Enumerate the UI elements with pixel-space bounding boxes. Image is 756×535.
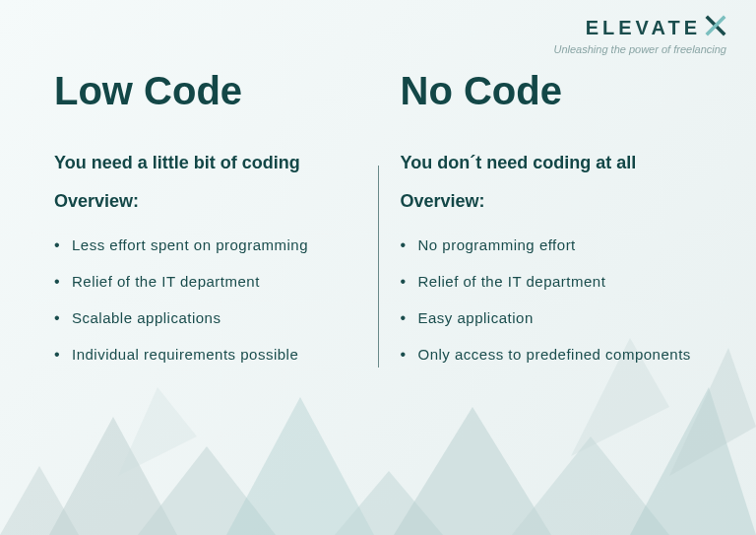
low-code-title: Low Code — [54, 69, 356, 113]
no-code-overview-label: Overview: — [401, 191, 703, 212]
low-code-overview-label: Overview: — [54, 191, 356, 212]
low-code-subtitle: You need a little bit of coding — [54, 153, 356, 173]
low-code-column: Low Code You need a little bit of coding… — [39, 69, 386, 505]
list-item: Individual requirements possible — [72, 346, 356, 363]
no-code-title: No Code — [401, 69, 703, 113]
brand-x-icon — [705, 15, 726, 41]
brand-tagline: Unleashing the power of freelancing — [553, 43, 726, 55]
list-item: Less effort spent on programming — [72, 236, 356, 253]
list-item: Relief of the IT department — [418, 273, 703, 290]
no-code-column: No Code You don´t need coding at all Ove… — [386, 69, 718, 505]
list-item: No programming effort — [418, 236, 703, 253]
list-item: Easy application — [418, 309, 703, 326]
no-code-subtitle: You don´t need coding at all — [401, 153, 703, 173]
list-item: Scalable applications — [72, 309, 356, 326]
comparison-content: Low Code You need a little bit of coding… — [0, 0, 756, 535]
list-item: Only access to predefined components — [418, 346, 703, 363]
brand-name: ELEVATE — [586, 17, 701, 39]
low-code-list: Less effort spent on programming Relief … — [54, 236, 356, 363]
brand-header: ELEVATE Unleashing the power of freelanc… — [553, 15, 726, 55]
no-code-list: No programming effort Relief of the IT d… — [401, 236, 703, 363]
list-item: Relief of the IT department — [72, 273, 356, 290]
brand-logo: ELEVATE — [586, 15, 726, 41]
